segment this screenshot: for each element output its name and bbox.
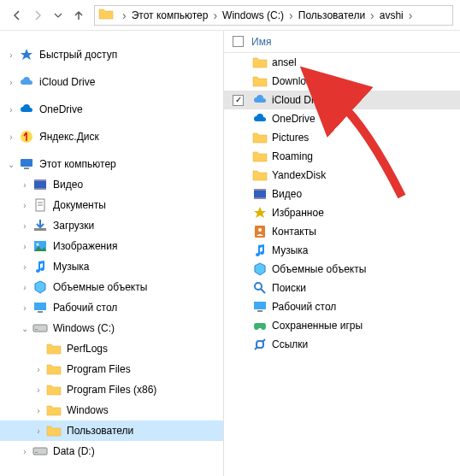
tree-users[interactable]: › Пользователи	[0, 420, 223, 441]
folder-icon	[251, 55, 268, 70]
tree-this-pc[interactable]: ⌄ Этот компьютер	[0, 154, 223, 174]
chevron-right-icon[interactable]: ›	[19, 281, 31, 293]
list-item[interactable]: Избранное	[224, 203, 460, 222]
tree-onedrive[interactable]: › OneDrive	[0, 99, 223, 120]
tree-label: Музыка	[53, 261, 89, 273]
list-item-label: Музыка	[272, 244, 308, 256]
folder-icon	[98, 6, 114, 24]
chevron-right-icon[interactable]: ›	[19, 240, 31, 252]
tree-label: Windows	[67, 404, 109, 416]
chevron-right-icon[interactable]: ›	[19, 302, 31, 314]
chevron-right-icon[interactable]	[119, 9, 130, 22]
list-item[interactable]: Downloads	[224, 72, 460, 91]
list-item[interactable]: Ссылки	[224, 335, 460, 354]
list-item[interactable]: Видео	[224, 185, 460, 203]
cube-icon	[32, 279, 48, 295]
folder-icon	[46, 361, 62, 377]
tree-perflogs[interactable]: PerfLogs	[0, 338, 223, 359]
crumb-c-drive[interactable]: Windows (C:)	[221, 9, 286, 21]
tree-windows-folder[interactable]: › Windows	[0, 400, 223, 420]
disk-icon	[32, 444, 48, 459]
list-item-label: Поиски	[272, 282, 306, 294]
chevron-down-icon[interactable]: ⌄	[5, 158, 17, 170]
chevron-right-icon[interactable]: ›	[19, 261, 31, 273]
list-item[interactable]: Сохраненные игры	[224, 316, 460, 335]
list-item-icloud[interactable]: iCloud Drive	[224, 91, 460, 109]
chevron-right-icon[interactable]: ›	[32, 425, 44, 437]
nav-forward-button[interactable]	[27, 5, 48, 26]
chevron-right-icon[interactable]	[286, 9, 297, 22]
chevron-right-icon[interactable]	[405, 9, 416, 22]
chevron-right-icon[interactable]: ›	[5, 103, 17, 115]
chevron-right-icon[interactable]: ›	[19, 445, 31, 457]
nav-recent-button[interactable]	[48, 5, 68, 26]
tree-label: Яндекс.Диск	[39, 131, 99, 143]
tree-label: Документы	[53, 199, 106, 211]
breadcrumb[interactable]: Этот компьютер Windows (C:) Пользователи…	[94, 5, 453, 26]
games-icon	[251, 318, 268, 333]
nav-back-button[interactable]	[7, 5, 27, 26]
video-icon	[32, 177, 48, 192]
tree-images[interactable]: › Изображения	[0, 236, 223, 256]
tree-label: Загрузки	[53, 220, 94, 232]
tree-label: Program Files (x86)	[67, 384, 156, 396]
tree-documents[interactable]: › Документы	[0, 195, 223, 215]
list-item-label: Ссылки	[272, 338, 308, 350]
crumb-this-pc[interactable]: Этот компьютер	[130, 9, 210, 21]
tree-c-drive[interactable]: ⌄ Windows (C:)	[0, 318, 223, 338]
tree-downloads[interactable]: › Загрузки	[0, 215, 223, 236]
list-item[interactable]: Pictures	[224, 128, 460, 147]
tree-3d-objects[interactable]: › Объемные объекты	[0, 277, 223, 297]
tree-music[interactable]: › Музыка	[0, 256, 223, 277]
list-item[interactable]: Музыка	[224, 241, 460, 260]
list-header[interactable]: Имя	[224, 31, 460, 53]
tree-label: iCloud Drive	[39, 76, 95, 88]
tree-program-files-x86[interactable]: › Program Files (x86)	[0, 379, 223, 400]
row-checkbox[interactable]	[233, 95, 251, 106]
chevron-right-icon[interactable]: ›	[5, 131, 17, 143]
list-item-label: OneDrive	[272, 113, 316, 125]
chevron-right-icon[interactable]	[367, 9, 378, 22]
tree-d-drive[interactable]: › Data (D:)	[0, 441, 223, 461]
list-item-label: iCloud Drive	[272, 94, 327, 106]
chevron-right-icon[interactable]: ›	[32, 404, 44, 416]
chevron-right-icon[interactable]: ›	[19, 179, 31, 191]
folder-icon	[251, 73, 268, 89]
music-icon	[251, 243, 268, 258]
list-item[interactable]: Roaming	[224, 147, 460, 166]
list-item[interactable]: Поиски	[224, 279, 460, 297]
list-item-label: YandexDisk	[272, 169, 326, 181]
select-all-checkbox[interactable]	[233, 36, 251, 47]
search-icon	[251, 280, 268, 296]
chevron-right-icon[interactable]: ›	[19, 199, 31, 211]
tree-yandex[interactable]: › Яндекс.Диск	[0, 126, 223, 147]
chevron-right-icon[interactable]	[209, 9, 221, 22]
list-item[interactable]: Объемные объекты	[224, 260, 460, 279]
tree-icloud[interactable]: › iCloud Drive	[0, 72, 223, 92]
chevron-right-icon[interactable]: ›	[32, 384, 44, 396]
chevron-right-icon[interactable]: ›	[5, 49, 17, 61]
column-name[interactable]: Имя	[251, 36, 271, 48]
tree-videos[interactable]: › Видео	[0, 174, 223, 195]
crumb-users[interactable]: Пользователи	[297, 9, 367, 21]
list-item[interactable]: Рабочий стол	[224, 297, 460, 316]
tree-quick-access[interactable]: › Быстрый доступ	[0, 44, 223, 65]
tree-label: Быстрый доступ	[39, 49, 117, 61]
crumb-avshi[interactable]: avshi	[378, 9, 405, 21]
tree-desktop[interactable]: › Рабочий стол	[0, 297, 223, 318]
list-item[interactable]: YandexDisk	[224, 166, 460, 185]
folder-icon	[46, 423, 62, 438]
nav-up-button[interactable]	[68, 5, 89, 26]
list-item[interactable]: Контакты	[224, 222, 460, 241]
list-item[interactable]: OneDrive	[224, 109, 460, 128]
yandex-icon	[19, 129, 34, 144]
list-item-label: Сохраненные игры	[272, 320, 363, 332]
list-item-label: Объемные объекты	[272, 263, 366, 275]
chevron-right-icon[interactable]: ›	[32, 363, 44, 375]
chevron-down-icon[interactable]: ⌄	[19, 322, 31, 334]
list-item[interactable]: ansel	[224, 53, 460, 72]
onedrive-icon	[251, 111, 268, 126]
chevron-right-icon[interactable]: ›	[19, 220, 31, 232]
chevron-right-icon[interactable]: ›	[5, 76, 17, 88]
tree-program-files[interactable]: › Program Files	[0, 359, 223, 379]
